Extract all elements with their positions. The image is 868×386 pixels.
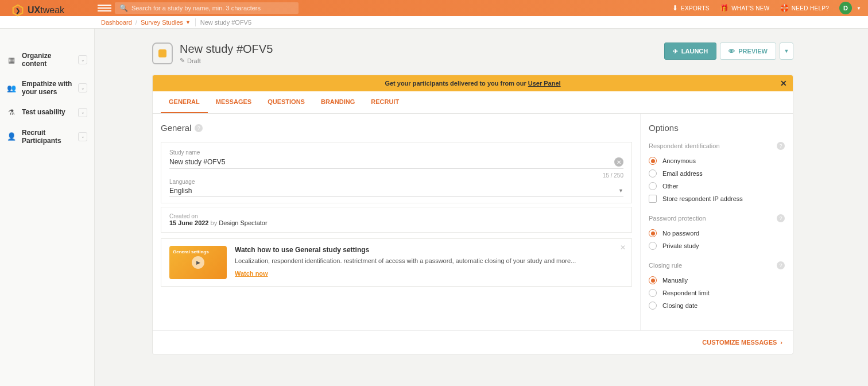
preview-dropdown[interactable]: ▼: [780, 43, 793, 60]
breadcrumb: Dashboard / Survey Studies ▼ New study #…: [0, 16, 868, 29]
crumb-current: New study #OFV5: [200, 19, 251, 26]
language-label: Language: [169, 179, 623, 185]
logo-hex-icon: ❯: [11, 4, 24, 17]
study-status: ✎Draft: [180, 57, 273, 64]
user-panel-banner: Get your participants delivered to you f…: [153, 75, 793, 91]
language-select[interactable]: English ▼: [169, 185, 623, 197]
video-close-icon[interactable]: ✕: [620, 244, 626, 252]
radio-other[interactable]: Other: [649, 180, 785, 192]
chevron-down-icon[interactable]: ⌄: [78, 83, 87, 92]
sidebar-item-recruit[interactable]: 👤 Recruit Participants ⌄: [0, 123, 94, 151]
created-info: Created on 15 June 2022 by Design Specta…: [161, 207, 632, 233]
help-icon[interactable]: ?: [777, 142, 785, 150]
tab-messages[interactable]: MESSAGES: [208, 91, 259, 113]
study-title: New study #OFV5: [180, 43, 273, 56]
radio-limit[interactable]: Respondent limit: [649, 287, 785, 299]
crumb-dashboard[interactable]: Dashboard: [101, 19, 132, 26]
watch-now-link[interactable]: Watch now: [235, 270, 268, 277]
send-icon: ✈: [673, 48, 678, 55]
users-icon: 👥: [7, 83, 16, 92]
closing-rule-label: Closing rule: [649, 262, 682, 269]
study-type-icon: [152, 43, 173, 64]
topbar: 🔍 ⬇EXPORTS 🎁WHAT'S NEW 🛟NEED HELP? D ▼: [0, 0, 868, 16]
logo[interactable]: ❯ UXtweak: [11, 4, 64, 17]
svg-text:❯: ❯: [16, 7, 20, 14]
sidebar-item-test[interactable]: ⚗ Test usability ⌄: [0, 102, 94, 123]
sidebar-item-empathize[interactable]: 👥 Empathize with your users ⌄: [0, 74, 94, 102]
password-label: Password protection: [649, 215, 706, 222]
user-panel-link[interactable]: User Panel: [528, 80, 561, 87]
sidebar: ▦ Organize content ⌄ 👥 Empathize with yo…: [0, 29, 95, 386]
lifebuoy-icon: 🛟: [780, 4, 789, 12]
tab-branding[interactable]: BRANDING: [313, 91, 363, 113]
download-icon: ⬇: [672, 4, 678, 12]
radio-no-password[interactable]: No password: [649, 227, 785, 240]
radio-closing-date[interactable]: Closing date: [649, 299, 785, 312]
crumb-studies[interactable]: Survey Studies: [141, 19, 183, 26]
checkbox-store-ip[interactable]: Store respondent IP address: [649, 192, 785, 205]
user-menu-caret-icon[interactable]: ▼: [857, 6, 861, 11]
options-heading: Options: [649, 123, 785, 133]
study-name-label: Study name: [169, 149, 623, 156]
chevron-down-icon[interactable]: ⌄: [78, 55, 87, 64]
char-count: 15 / 250: [169, 172, 623, 179]
video-thumbnail[interactable]: General settings ▶: [169, 246, 227, 279]
whats-new-link[interactable]: 🎁WHAT'S NEW: [720, 4, 770, 12]
person-icon: 👤: [7, 132, 16, 141]
customize-messages-link[interactable]: CUSTOMIZE MESSAGES›: [702, 339, 782, 346]
crumb-dropdown-icon[interactable]: ▼: [185, 20, 191, 25]
search-wrap[interactable]: 🔍: [115, 2, 299, 14]
help-icon[interactable]: ?: [195, 124, 203, 132]
chevron-right-icon: ›: [780, 339, 782, 346]
tab-questions[interactable]: QUESTIONS: [259, 91, 313, 113]
menu-button[interactable]: [98, 1, 111, 15]
radio-icon: [649, 302, 657, 310]
play-icon: ▶: [192, 256, 204, 269]
need-help-link[interactable]: 🛟NEED HELP?: [780, 4, 830, 12]
gift-icon: 🎁: [720, 4, 728, 12]
radio-email[interactable]: Email address: [649, 167, 785, 180]
sidebar-item-label: Test usability: [22, 108, 72, 116]
radio-icon: [649, 289, 657, 297]
user-avatar[interactable]: D: [839, 2, 852, 14]
pencil-icon: ✎: [180, 57, 185, 64]
grid-icon: ▦: [7, 55, 16, 64]
sidebar-item-organize[interactable]: ▦ Organize content ⌄: [0, 46, 94, 74]
preview-button[interactable]: 👁PREVIEW: [720, 43, 776, 60]
chevron-down-icon[interactable]: ⌄: [78, 108, 87, 117]
caret-down-icon: ▼: [618, 188, 623, 194]
study-name-input[interactable]: [169, 158, 614, 166]
radio-icon: [649, 242, 657, 250]
radio-icon: [649, 182, 657, 190]
radio-anonymous[interactable]: Anonymous: [649, 155, 785, 167]
exports-link[interactable]: ⬇EXPORTS: [672, 4, 710, 12]
chevron-down-icon[interactable]: ⌄: [78, 132, 87, 141]
logo-text: UXtweak: [28, 5, 64, 16]
main-content: New study #OFV5 ✎Draft ✈LAUNCH 👁PREVIEW …: [0, 29, 868, 386]
radio-icon: [649, 169, 657, 177]
tutorial-video-card: ✕ General settings ▶ Watch how to use Ge…: [161, 238, 632, 287]
sidebar-item-label: Organize content: [22, 52, 72, 68]
help-icon[interactable]: ?: [777, 214, 785, 222]
sidebar-item-label: Empathize with your users: [22, 80, 72, 96]
video-title: Watch how to use General study settings: [235, 246, 576, 254]
video-description: Localization, respondent identification.…: [235, 257, 576, 265]
eye-icon: 👁: [728, 48, 735, 55]
crumb-sep: /: [135, 19, 137, 26]
radio-icon: [649, 276, 657, 284]
radio-manually[interactable]: Manually: [649, 274, 785, 287]
tab-general[interactable]: GENERAL: [161, 91, 208, 113]
tab-recruit[interactable]: RECRUIT: [363, 91, 407, 113]
sidebar-item-label: Recruit Participants: [22, 129, 72, 145]
search-input[interactable]: [131, 5, 294, 11]
study-tabs: GENERAL MESSAGES QUESTIONS BRANDING RECR…: [153, 91, 793, 114]
radio-private[interactable]: Private study: [649, 240, 785, 252]
general-heading: General?: [161, 123, 632, 133]
banner-close-icon[interactable]: ✕: [780, 79, 787, 88]
respondent-id-label: Respondent identification: [649, 142, 720, 149]
clear-input-icon[interactable]: ✕: [614, 157, 623, 167]
checkbox-icon: [649, 195, 657, 203]
search-icon: 🔍: [119, 4, 128, 12]
help-icon[interactable]: ?: [777, 261, 785, 269]
launch-button[interactable]: ✈LAUNCH: [664, 43, 716, 60]
